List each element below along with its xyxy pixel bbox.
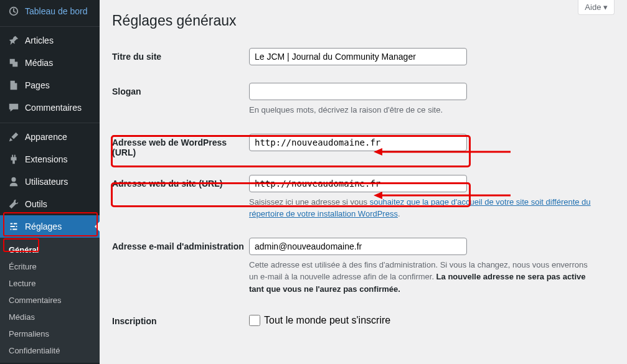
sidebar-item-articles[interactable]: Articles [0,29,100,52]
sidebar-item-commentaires[interactable]: Commentaires [0,96,100,119]
content-area: Aide ▾ Réglages généraux Titre du site S… [100,0,627,364]
wrench-icon [7,198,20,210]
input-site-url[interactable] [249,175,467,192]
submenu-item-confidentialite[interactable]: Confidentialité [0,342,100,359]
checkbox-inscription-wrap[interactable]: Tout le monde peut s'inscrire [249,312,598,326]
sidebar-item-reglages[interactable]: Réglages [0,215,100,238]
plugin-icon [7,153,20,166]
label-site-url: Adresse web du site (URL) [112,175,249,189]
sidebar-item-label: Outils [25,199,47,209]
sidebar-item-label: Utilisateurs [25,177,68,187]
sidebar-item-medias[interactable]: Médias [0,52,100,74]
label-admin-email: Adresse e-mail d'administration [112,238,249,251]
checkbox-inscription[interactable] [249,315,260,326]
sidebar-item-label: Réglages [25,222,62,231]
submenu-item-permaliens[interactable]: Permaliens [0,325,100,342]
sidebar-item-utilisateurs[interactable]: Utilisateurs [0,170,100,193]
comment-icon [7,101,20,114]
settings-icon [7,220,20,233]
submenu-item-commentaires[interactable]: Commentaires [0,292,100,309]
desc-site-url: Saisissez ici une adresse si vous souhai… [249,196,598,220]
submenu-item-ecriture[interactable]: Écriture [0,258,100,275]
sidebar-item-pages[interactable]: Pages [0,74,100,96]
row-admin-email: Adresse e-mail d'administration Cette ad… [112,229,615,304]
sidebar-item-label: Pages [25,80,50,90]
label-inscription: Inscription [112,312,249,326]
pages-icon [7,79,20,91]
sidebar-item-label: Extensions [25,154,67,164]
sidebar-item-extensions[interactable]: Extensions [0,148,100,170]
submenu-item-lecture[interactable]: Lecture [0,275,100,292]
submenu-item-medias[interactable]: Médias [0,309,100,325]
row-inscription: Inscription Tout le monde peut s'inscrir… [112,304,615,335]
settings-submenu: Général Écriture Lecture Commentaires Mé… [0,238,100,363]
label-wp-url: Adresse web de WordPress (URL) [112,134,249,157]
sidebar-item-label: Tableau de bord [25,6,87,16]
media-icon [7,57,20,69]
row-slogan: Slogan En quelques mots, décrivez la rai… [112,74,615,125]
label-site-title: Titre du site [112,48,249,62]
desc-admin-email: Cette adresse est utilisée à des fins d'… [249,259,598,296]
submenu-item-general[interactable]: Général [0,241,100,258]
brush-icon [7,131,20,143]
input-site-title[interactable] [249,48,467,65]
sidebar-item-apparence[interactable]: Apparence [0,126,100,148]
input-wp-url[interactable] [249,134,467,151]
row-site-title: Titre du site [112,39,615,74]
input-admin-email[interactable] [249,238,467,255]
input-slogan[interactable] [249,83,467,100]
sidebar-item-outils[interactable]: Outils [0,193,100,215]
row-site-url: Adresse web du site (URL) Saisissez ici … [112,166,615,229]
pin-icon [7,34,20,47]
help-tab[interactable]: Aide ▾ [578,0,615,15]
checkbox-inscription-label: Tout le monde peut s'inscrire [264,315,390,326]
sidebar-item-label: Médias [25,58,53,68]
admin-sidebar: Tableau de bord Articles Médias Pages Co… [0,0,100,364]
label-slogan: Slogan [112,83,249,96]
sidebar-item-label: Apparence [25,132,67,142]
page-title: Réglages généraux [112,0,615,39]
row-wp-url: Adresse web de WordPress (URL) [112,125,615,166]
sidebar-item-label: Articles [25,35,54,45]
sidebar-item-label: Commentaires [25,103,82,113]
sidebar-item-dashboard[interactable]: Tableau de bord [0,0,100,22]
desc-slogan: En quelques mots, décrivez la raison d'ê… [249,104,598,116]
dashboard-icon [7,5,20,17]
users-icon [7,175,20,188]
